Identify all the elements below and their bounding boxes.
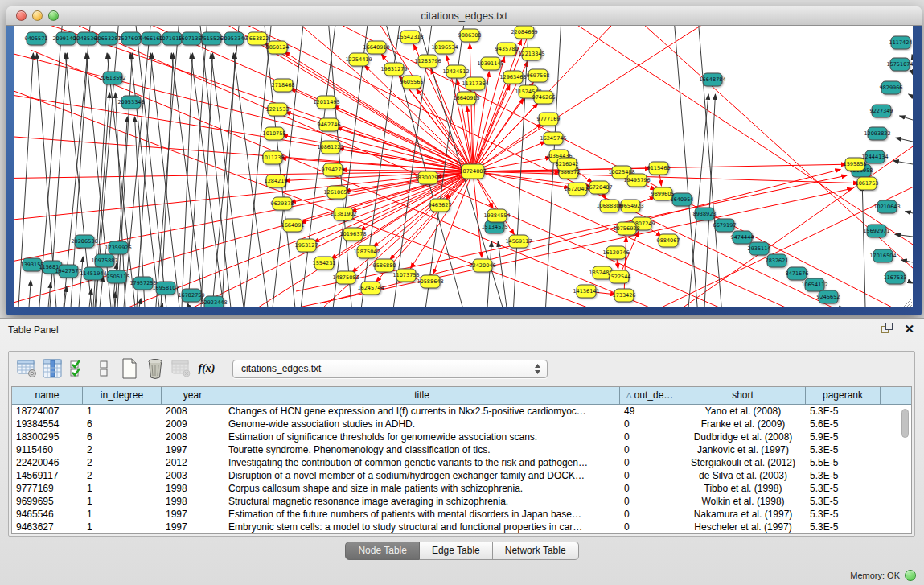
node-label: 9629378 xyxy=(271,200,294,207)
delete-trash-icon[interactable] xyxy=(144,357,166,380)
node-label: 9697568 xyxy=(527,72,550,79)
node-label: 15692971 xyxy=(863,228,889,234)
table-header-row: namein_degreeyeartitle△out_de…shortpager… xyxy=(12,387,911,405)
cell-in_degree: 2 xyxy=(83,469,162,482)
cell-in_degree: 1 xyxy=(83,521,162,534)
column-select-icon[interactable] xyxy=(41,357,64,380)
tab-network-table[interactable]: Network Table xyxy=(493,542,579,560)
cell-pagerank: 5.3E-5 xyxy=(806,482,881,495)
cell-pagerank: 5.3E-5 xyxy=(806,495,881,508)
node-label: 14875083 xyxy=(332,274,359,281)
column-header-name[interactable]: name xyxy=(12,387,83,404)
cell-in_degree: 1 xyxy=(83,405,162,418)
node-label: 9405571 xyxy=(25,35,48,42)
node-label: 16782759 xyxy=(178,292,204,299)
scrollbar-thumb[interactable] xyxy=(901,409,909,438)
cell-short: Dudbridge et al. (2008) xyxy=(680,431,806,443)
row-boxes-icon[interactable] xyxy=(92,357,115,380)
cell-out_de: 0 xyxy=(620,508,680,521)
cell-in_degree: 1 xyxy=(83,482,162,495)
table-row[interactable]: 969969511998Structural magnetic resonanc… xyxy=(12,495,911,508)
new-table-icon[interactable] xyxy=(118,357,141,380)
column-header-out_de[interactable]: △out_de… xyxy=(620,387,680,404)
node-label: 12011495 xyxy=(313,99,339,105)
cell-name: 19384554 xyxy=(12,418,83,431)
delete-table-disabled-icon xyxy=(170,357,192,380)
cell-pagerank: 5.9E-5 xyxy=(806,431,881,443)
select-rows-check-icon[interactable] xyxy=(67,357,89,380)
cell-out_de: 0 xyxy=(620,495,680,508)
node-label: 1664091 xyxy=(281,222,305,229)
cell-name: 9777169 xyxy=(12,482,83,495)
cell-name: 22420046 xyxy=(12,456,83,469)
node-label: 10588648 xyxy=(417,278,443,285)
node-label: 9115460 xyxy=(647,165,671,171)
vertical-scrollbar[interactable] xyxy=(901,407,910,520)
tab-node-table[interactable]: Node Table xyxy=(345,542,420,560)
node-label: 20953346 xyxy=(117,99,144,105)
node-label: 19495796 xyxy=(623,177,650,183)
network-view-frame: 9405571209914061248536010653287152760729… xyxy=(6,26,922,315)
window-titlebar[interactable]: citations_edges.txt xyxy=(6,6,922,26)
function-builder-icon[interactable]: f(x) xyxy=(195,357,218,380)
cell-short: Hescheler et al. (1997) xyxy=(680,521,806,534)
column-header-pagerank[interactable]: pagerank xyxy=(806,387,881,404)
network-canvas[interactable]: 9405571209914061248536010653287152760729… xyxy=(14,26,913,307)
table-row[interactable]: 1830029562008Estimation of significance … xyxy=(12,431,911,443)
node-label: 18300295 xyxy=(414,175,441,181)
node-label: 9586880 xyxy=(373,262,396,269)
node-label: 20953349 xyxy=(220,35,247,42)
cell-title: Genome-wide association studies in ADHD. xyxy=(224,418,620,431)
tab-edge-table[interactable]: Edge Table xyxy=(420,542,493,560)
close-panel-icon[interactable]: ✕ xyxy=(904,323,914,336)
table-row[interactable]: 946554611997Estimation of the future num… xyxy=(12,508,911,521)
node-label: 2935114 xyxy=(748,245,771,252)
float-panel-icon[interactable] xyxy=(881,323,894,336)
table-row[interactable]: 946362711997Embryonic stem cells: a mode… xyxy=(12,521,911,534)
table-selector-dropdown[interactable]: citations_edges.txt xyxy=(232,360,548,378)
cell-year: 2008 xyxy=(162,405,224,418)
sort-ascending-icon: △ xyxy=(626,387,632,404)
dropdown-arrows-icon xyxy=(534,363,541,381)
citation-network-graph[interactable]: 9405571209914061248536010653287152760729… xyxy=(14,26,913,307)
table-row[interactable]: 1456911722003Disruption of a novel membe… xyxy=(12,469,911,482)
node-label: 9886308 xyxy=(458,32,482,39)
node-label: 16720407 xyxy=(585,184,612,191)
cell-out_de: 0 xyxy=(620,482,680,495)
table-panel-content: f(x) citations_edges.txt namein_degreeye… xyxy=(8,351,915,537)
column-header-in_degree[interactable]: in_degree xyxy=(83,387,162,404)
node-label: 16648784 xyxy=(699,76,725,83)
node-label: 16245744 xyxy=(357,285,384,291)
node-label: 12963468 xyxy=(499,74,526,80)
cell-short: Yano et al. (2008) xyxy=(680,405,806,418)
table-row[interactable]: 1938455462009Genome-wide association stu… xyxy=(12,418,911,431)
node-label: 1640954 xyxy=(671,196,694,203)
node-label: 15751074 xyxy=(886,61,913,68)
table-row[interactable]: 1872400712008Changes of HCN gene express… xyxy=(12,405,911,418)
node-label: 1595858 xyxy=(844,161,867,167)
table-row[interactable]: 977716911998Corpus callosum shape and si… xyxy=(12,482,911,495)
table-row[interactable]: 2242004622012Investigating the contribut… xyxy=(12,456,911,469)
table-settings-icon[interactable] xyxy=(15,357,38,380)
node-label: 20613592 xyxy=(99,75,125,81)
cell-out_de: 0 xyxy=(620,469,680,482)
node-label: 8938923 xyxy=(693,211,717,217)
cell-title: Changes of HCN gene expression and I(f) … xyxy=(224,405,620,418)
cell-out_de: 0 xyxy=(620,521,680,534)
node-label: 12875042 xyxy=(353,249,380,255)
node-label: 16120746 xyxy=(602,249,629,256)
node-label: 9462746 xyxy=(318,122,341,128)
node-label: 6679197 xyxy=(713,222,737,229)
canvas-resize-grip[interactable] xyxy=(904,299,912,307)
cell-out_de: 0 xyxy=(620,431,680,443)
node-label: 9899605 xyxy=(651,191,675,197)
cell-in_degree: 2 xyxy=(83,456,162,469)
table-row[interactable]: 911546021997Tourette syndrome. Phenomeno… xyxy=(12,443,911,456)
cell-year: 1998 xyxy=(162,482,224,495)
node-label: 16245745 xyxy=(540,135,566,142)
column-header-year[interactable]: year xyxy=(162,387,224,404)
column-header-short[interactable]: short xyxy=(680,387,806,404)
cell-short: Nakamura et al. (1997) xyxy=(680,508,806,521)
cell-pagerank: 5.6E-5 xyxy=(806,418,881,431)
column-header-title[interactable]: title xyxy=(224,387,620,404)
